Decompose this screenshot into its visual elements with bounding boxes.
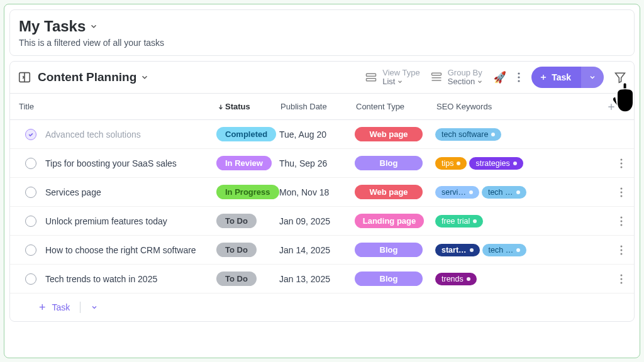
task-type[interactable]: Blog	[348, 272, 429, 286]
task-checkbox[interactable]	[25, 158, 36, 169]
chevron-down-icon	[89, 22, 98, 31]
task-checkbox[interactable]	[25, 187, 36, 198]
task-title[interactable]: How to choose the right CRM software	[45, 245, 210, 255]
col-type[interactable]: Content Type	[350, 102, 430, 111]
add-row[interactable]: + Task	[10, 293, 634, 321]
task-type[interactable]: Web page	[348, 185, 429, 199]
add-row-label: Task	[52, 302, 70, 312]
task-seo[interactable]: start…tech …	[429, 244, 542, 256]
col-publish[interactable]: Publish Date	[274, 102, 350, 111]
task-type[interactable]: Blog	[348, 243, 429, 257]
task-type[interactable]: Web page	[348, 127, 429, 141]
svg-rect-2	[367, 74, 376, 76]
task-status[interactable]: To Do	[210, 243, 273, 257]
row-more-icon[interactable]	[620, 216, 623, 226]
svg-point-23	[621, 220, 623, 222]
rocket-icon[interactable]: 🚀	[492, 70, 507, 85]
page-header: My Tasks This is a filtered view of all …	[9, 9, 635, 56]
svg-point-27	[621, 253, 623, 255]
task-title[interactable]: Advanced tech solutions	[45, 129, 210, 140]
more-icon[interactable]	[516, 72, 521, 82]
task-seo[interactable]: tipsstrategies	[429, 157, 542, 170]
table-row[interactable]: Unlock premium features todayTo DoJan 09…	[10, 207, 634, 236]
row-more-icon[interactable]	[620, 187, 623, 197]
page-title[interactable]: My Tasks	[19, 18, 625, 35]
groupby-control[interactable]: Group By Section	[430, 69, 483, 87]
table-row[interactable]: Services pageIn ProgressMon, Nov 18Web p…	[10, 178, 634, 207]
board-title[interactable]: Content Planning	[38, 70, 149, 84]
table-row[interactable]: Tips for boosting your SaaS salesIn Revi…	[10, 149, 634, 178]
task-status[interactable]: In Progress	[210, 185, 273, 199]
row-more-icon[interactable]	[620, 274, 623, 284]
viewtype-control[interactable]: View Type List	[365, 69, 420, 87]
plus-icon: +	[39, 301, 46, 314]
viewtype-value: List	[382, 77, 420, 86]
task-status[interactable]: To Do	[210, 272, 273, 286]
groupby-value: Section	[448, 77, 483, 86]
chevron-down-icon[interactable]	[91, 304, 98, 311]
board-card: Content Planning View Type List Group By	[9, 61, 635, 322]
task-date[interactable]: Jan 14, 2025	[273, 245, 348, 255]
svg-point-26	[621, 249, 623, 251]
svg-point-20	[621, 191, 623, 193]
task-date[interactable]: Jan 09, 2025	[273, 216, 348, 226]
task-checkbox[interactable]	[25, 129, 36, 140]
task-checkbox[interactable]	[25, 273, 36, 285]
task-seo[interactable]: free trial	[429, 215, 542, 228]
task-checkbox[interactable]	[25, 244, 36, 256]
task-date[interactable]: Thu, Sep 26	[273, 158, 348, 168]
task-seo[interactable]: servi…tech …	[429, 186, 542, 199]
svg-marker-12	[616, 73, 625, 82]
col-add[interactable]	[543, 102, 634, 112]
groupby-label: Group By	[448, 69, 483, 77]
svg-point-19	[621, 187, 623, 189]
add-task-main[interactable]: Task	[531, 67, 581, 88]
task-title[interactable]: Tech trends to watch in 2025	[45, 274, 210, 284]
col-status[interactable]: Status	[211, 102, 274, 111]
svg-point-17	[621, 162, 623, 164]
svg-rect-4	[431, 73, 441, 75]
task-type[interactable]: Blog	[348, 156, 429, 170]
task-checkbox[interactable]	[25, 216, 36, 227]
row-more-icon[interactable]	[620, 245, 623, 255]
task-type[interactable]: Landing page	[348, 214, 429, 228]
svg-point-22	[621, 216, 623, 218]
toolbar-left: Content Planning	[18, 70, 357, 84]
task-title[interactable]: Unlock premium features today	[45, 216, 210, 226]
divider	[80, 302, 80, 313]
task-title[interactable]: Tips for boosting your SaaS sales	[45, 158, 210, 168]
task-rows: Advanced tech solutionsCompletedTue, Aug…	[10, 120, 634, 293]
task-status[interactable]: To Do	[210, 214, 273, 228]
page-title-text: My Tasks	[19, 18, 86, 35]
layout-icon[interactable]	[18, 70, 31, 84]
plus-icon	[606, 102, 616, 112]
add-task-button[interactable]: Task	[531, 67, 604, 88]
svg-point-9	[518, 80, 520, 82]
svg-point-16	[621, 158, 623, 160]
svg-point-7	[518, 72, 520, 74]
col-seo[interactable]: SEO Keywords	[430, 102, 543, 111]
grid-header: Title Status Publish Date Content Type S…	[10, 94, 634, 120]
task-status[interactable]: In Review	[210, 156, 273, 170]
task-date[interactable]: Mon, Nov 18	[273, 187, 348, 197]
svg-point-28	[621, 274, 623, 276]
task-seo[interactable]: trends	[429, 273, 542, 285]
filter-icon[interactable]	[614, 71, 626, 84]
table-row[interactable]: Advanced tech solutionsCompletedTue, Aug…	[10, 120, 634, 149]
svg-rect-3	[367, 79, 376, 81]
chevron-down-icon	[140, 73, 149, 82]
table-row[interactable]: Tech trends to watch in 2025To DoJan 13,…	[10, 265, 634, 293]
svg-point-8	[518, 76, 520, 78]
col-title[interactable]: Title	[10, 102, 211, 111]
add-task-dropdown[interactable]	[581, 67, 604, 88]
row-more-icon[interactable]	[620, 158, 623, 168]
app-frame: My Tasks This is a filtered view of all …	[4, 4, 640, 358]
task-date[interactable]: Tue, Aug 20	[273, 129, 348, 140]
task-status[interactable]: Completed	[210, 127, 273, 141]
task-seo[interactable]: tech software	[429, 128, 542, 141]
viewtype-label: View Type	[382, 69, 420, 77]
table-row[interactable]: How to choose the right CRM softwareTo D…	[10, 236, 634, 265]
task-date[interactable]: Jan 13, 2025	[273, 274, 348, 284]
svg-point-25	[621, 245, 623, 247]
task-title[interactable]: Services page	[45, 187, 210, 197]
